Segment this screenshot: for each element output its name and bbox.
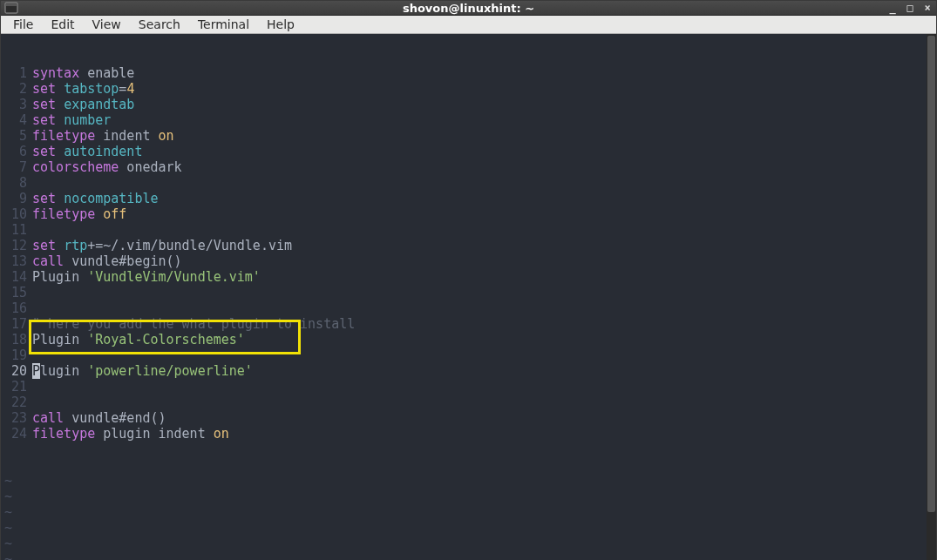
tilde-row: ~ bbox=[1, 504, 12, 520]
window-title: shovon@linuxhint: ~ bbox=[403, 2, 534, 15]
code-line[interactable]: 19 bbox=[1, 347, 934, 363]
code-line[interactable]: 17" here you add the what plugin to inst… bbox=[1, 316, 934, 332]
code-line[interactable]: 18Plugin 'Royal-Colorschemes' bbox=[1, 332, 934, 347]
line-number: 4 bbox=[1, 112, 32, 128]
code-line[interactable]: 11 bbox=[1, 222, 934, 238]
code-token: set bbox=[32, 81, 56, 97]
code-token: on bbox=[159, 128, 174, 144]
code-token: filetype bbox=[32, 128, 95, 144]
code-line[interactable]: 12set rtp+=~/.vim/bundle/Vundle.vim bbox=[1, 238, 934, 253]
code-line[interactable]: 9set nocompatible bbox=[1, 191, 934, 206]
code-line[interactable]: 7colorscheme onedark bbox=[1, 159, 934, 175]
code-token: call bbox=[32, 253, 64, 269]
code-line[interactable]: 20Plugin 'powerline/powerline' bbox=[1, 363, 934, 379]
code-line[interactable]: 23call vundle#end() bbox=[1, 410, 934, 426]
code-line[interactable]: 8 bbox=[1, 175, 934, 191]
code-token: indent bbox=[95, 128, 158, 144]
code-line[interactable]: 6set autoindent bbox=[1, 144, 934, 159]
code-line[interactable]: 24filetype plugin indent on bbox=[1, 426, 934, 442]
line-number: 11 bbox=[1, 222, 32, 238]
tilde-row: ~ bbox=[1, 536, 12, 551]
menu-file[interactable]: File bbox=[4, 16, 42, 33]
code-token: Plugin bbox=[32, 269, 87, 285]
code-token bbox=[56, 238, 64, 253]
scrollbar[interactable] bbox=[927, 34, 936, 560]
scrollbar-thumb[interactable] bbox=[927, 36, 935, 512]
line-number: 8 bbox=[1, 175, 32, 191]
line-number: 13 bbox=[1, 253, 32, 269]
close-button[interactable]: × bbox=[922, 2, 933, 14]
code-line[interactable]: 16 bbox=[1, 300, 934, 316]
code-token: vundle#end bbox=[64, 410, 150, 426]
code-token: autoindent bbox=[64, 144, 142, 159]
menu-view[interactable]: View bbox=[84, 16, 130, 33]
line-number: 15 bbox=[1, 285, 32, 300]
code-line[interactable]: 14Plugin 'VundleVim/Vundle.vim' bbox=[1, 269, 934, 285]
line-number: 12 bbox=[1, 238, 32, 253]
line-number: 5 bbox=[1, 128, 32, 144]
line-number: 14 bbox=[1, 269, 32, 285]
code-token: expandtab bbox=[64, 97, 134, 112]
cursor: P bbox=[32, 363, 40, 379]
code-line[interactable]: 10filetype off bbox=[1, 206, 934, 222]
line-number: 22 bbox=[1, 395, 32, 410]
line-number: 23 bbox=[1, 410, 32, 426]
code-token: set bbox=[32, 238, 56, 253]
window-frame: shovon@linuxhint: ~ _ □ × File Edit View… bbox=[0, 0, 937, 560]
line-number: 2 bbox=[1, 81, 32, 97]
code-line[interactable]: 5filetype indent on bbox=[1, 128, 934, 144]
code-token: enable bbox=[79, 65, 134, 81]
titlebar[interactable]: shovon@linuxhint: ~ _ □ × bbox=[1, 1, 936, 16]
code-token: 4 bbox=[126, 81, 134, 97]
code-line[interactable]: 1syntax enable bbox=[1, 65, 934, 81]
code-line[interactable]: 13call vundle#begin() bbox=[1, 253, 934, 269]
code-token bbox=[56, 81, 64, 97]
code-token: set bbox=[32, 112, 56, 128]
code-token bbox=[56, 112, 64, 128]
code-token: 'VundleVim/Vundle.vim' bbox=[87, 269, 261, 285]
menu-search[interactable]: Search bbox=[130, 16, 189, 33]
line-number: 10 bbox=[1, 206, 32, 222]
code-token: 'powerline/powerline' bbox=[87, 363, 253, 379]
tilde-row: ~ bbox=[1, 551, 12, 560]
line-number: 3 bbox=[1, 97, 32, 112]
tilde-row: ~ bbox=[1, 489, 12, 504]
code-token bbox=[95, 206, 103, 222]
menubar: File Edit View Search Terminal Help bbox=[1, 16, 936, 34]
line-number: 18 bbox=[1, 332, 32, 347]
code-line[interactable]: 22 bbox=[1, 395, 934, 410]
code-token: on bbox=[214, 426, 229, 442]
minimize-button[interactable]: _ bbox=[887, 2, 898, 14]
code-line[interactable]: 3set expandtab bbox=[1, 97, 934, 112]
menu-help[interactable]: Help bbox=[258, 16, 303, 33]
code-token bbox=[56, 191, 64, 206]
editor-area[interactable]: 1syntax enable2set tabstop=43set expandt… bbox=[1, 34, 936, 560]
code-line[interactable]: 4set number bbox=[1, 112, 934, 128]
code-line[interactable]: 15 bbox=[1, 285, 934, 300]
code-token: Plugin bbox=[32, 332, 87, 347]
line-number: 17 bbox=[1, 316, 32, 332]
code-token: tabstop bbox=[64, 81, 119, 97]
code-line[interactable]: 2set tabstop=4 bbox=[1, 81, 934, 97]
code-token: +=~/.vim/bundle/Vundle.vim bbox=[87, 238, 292, 253]
code-token: vundle#begin bbox=[64, 253, 166, 269]
code-token: () bbox=[150, 410, 166, 426]
code-token: set bbox=[32, 144, 56, 159]
line-number: 24 bbox=[1, 426, 32, 442]
menu-edit[interactable]: Edit bbox=[42, 16, 83, 33]
code-token bbox=[56, 97, 64, 112]
code-token: rtp bbox=[64, 238, 87, 253]
window-controls: _ □ × bbox=[887, 2, 933, 14]
tilde-row: ~ bbox=[1, 520, 12, 536]
code-token: onedark bbox=[119, 159, 181, 175]
code-line[interactable]: 21 bbox=[1, 379, 934, 395]
app-icon bbox=[4, 1, 18, 15]
line-number: 16 bbox=[1, 300, 32, 316]
tilde-row: ~ bbox=[1, 473, 12, 489]
line-number: 6 bbox=[1, 144, 32, 159]
line-number: 1 bbox=[1, 65, 32, 81]
menu-terminal[interactable]: Terminal bbox=[189, 16, 258, 33]
maximize-button[interactable]: □ bbox=[905, 2, 915, 14]
line-number: 19 bbox=[1, 347, 32, 363]
code-token: " here you add the what plugin to instal… bbox=[32, 316, 355, 332]
